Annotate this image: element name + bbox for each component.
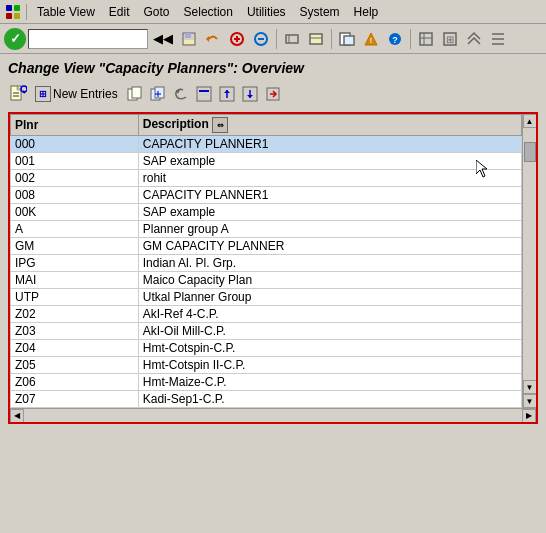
cell-plnr: 000	[11, 136, 139, 153]
icon-6[interactable]	[305, 29, 327, 49]
icon-4[interactable]	[250, 29, 272, 49]
table-row[interactable]: APlanner group A	[11, 221, 522, 238]
cell-plnr: Z02	[11, 306, 139, 323]
toolbar-sep-1	[276, 29, 277, 49]
cell-description: SAP example	[138, 153, 521, 170]
menu-separator-1	[26, 4, 27, 20]
save-icon[interactable]	[178, 29, 200, 49]
undo-icon[interactable]	[202, 29, 224, 49]
svg-rect-5	[185, 33, 191, 38]
cell-description: AkI-Oil Mill-C.P.	[138, 323, 521, 340]
scroll-down-arrow2[interactable]: ▼	[523, 394, 537, 408]
col-resize-icon[interactable]: ⇔	[212, 117, 228, 133]
cell-description: SAP example	[138, 204, 521, 221]
table-row[interactable]: Z02AkI-Ref 4-C.P.	[11, 306, 522, 323]
data-table: Plnr Description ⇔ 000CAPACITY PLANNER10…	[10, 114, 522, 408]
svg-rect-13	[310, 34, 322, 44]
scroll-thumb[interactable]	[524, 142, 536, 162]
new-entries-label: New Entries	[53, 87, 118, 101]
table-row[interactable]: UTPUtkal Planner Group	[11, 289, 522, 306]
icon-8[interactable]: !	[360, 29, 382, 49]
icon-10[interactable]	[415, 29, 437, 49]
cell-description: Hmt-Cotspin-C.P.	[138, 340, 521, 357]
table-row[interactable]: Z06Hmt-Maize-C.P.	[11, 374, 522, 391]
cell-description: GM CAPACITY PLANNER	[138, 238, 521, 255]
table-row[interactable]: Z05Hmt-Cotspin II-C.P.	[11, 357, 522, 374]
icon-5[interactable]	[281, 29, 303, 49]
toolbar: ✓ ◀◀	[0, 24, 546, 54]
table-scroll: Plnr Description ⇔ 000CAPACITY PLANNER10…	[10, 114, 522, 408]
export-icon[interactable]	[217, 84, 237, 104]
cell-description: Hmt-Maize-C.P.	[138, 374, 521, 391]
select-icon[interactable]	[194, 84, 214, 104]
copy2-icon[interactable]	[148, 84, 168, 104]
table-row[interactable]: 001SAP example	[11, 153, 522, 170]
svg-rect-1	[14, 5, 20, 11]
cell-plnr: 00K	[11, 204, 139, 221]
scroll-down-arrow[interactable]: ▼	[523, 380, 537, 394]
table-row[interactable]: 000CAPACITY PLANNER1	[11, 136, 522, 153]
import2-icon[interactable]	[263, 84, 283, 104]
content-area: Change View "Capacity Planners": Overvie…	[0, 54, 546, 533]
scroll-up-arrow[interactable]: ▲	[523, 114, 537, 128]
table-row[interactable]: Z03AkI-Oil Mill-C.P.	[11, 323, 522, 340]
copy-icon[interactable]	[125, 84, 145, 104]
svg-rect-31	[132, 87, 141, 98]
icon-12[interactable]	[463, 29, 485, 49]
horizontal-scrollbar[interactable]: ◀ ▶	[10, 408, 536, 422]
scroll-right-arrow[interactable]: ▶	[522, 409, 536, 423]
svg-marker-7	[206, 36, 209, 42]
cell-plnr: Z04	[11, 340, 139, 357]
menu-table-view[interactable]: Table View	[31, 4, 101, 20]
svg-rect-40	[199, 98, 209, 99]
cell-plnr: IPG	[11, 255, 139, 272]
table-row[interactable]: Z07Kadi-Sep1-C.P.	[11, 391, 522, 408]
table-row[interactable]: Z04Hmt-Cotspin-C.P.	[11, 340, 522, 357]
cell-plnr: Z06	[11, 374, 139, 391]
menu-edit[interactable]: Edit	[103, 4, 136, 20]
prev-nav-icon[interactable]: ◀◀	[150, 29, 176, 49]
table-row[interactable]: 002rohit	[11, 170, 522, 187]
svg-rect-11	[286, 35, 298, 43]
table-row[interactable]: 00KSAP example	[11, 204, 522, 221]
check-button[interactable]: ✓	[4, 28, 26, 50]
command-input[interactable]	[28, 29, 148, 49]
menu-goto[interactable]: Goto	[138, 4, 176, 20]
undo-icon[interactable]	[171, 84, 191, 104]
menu-utilities[interactable]: Utilities	[241, 4, 292, 20]
svg-rect-16	[344, 36, 354, 45]
action-toolbar: ⊞ New Entries	[8, 82, 538, 106]
cell-plnr: MAI	[11, 272, 139, 289]
table-row[interactable]: GMGM CAPACITY PLANNER	[11, 238, 522, 255]
table-row[interactable]: IPGIndian Al. Pl. Grp.	[11, 255, 522, 272]
scroll-left-arrow[interactable]: ◀	[10, 409, 24, 423]
icon-3[interactable]	[226, 29, 248, 49]
icon-13[interactable]	[487, 29, 509, 49]
svg-rect-0	[6, 5, 12, 11]
new-entries-button[interactable]: ⊞ New Entries	[31, 84, 122, 104]
svg-marker-43	[224, 90, 230, 93]
table-row[interactable]: MAIMaico Capacity Plan	[11, 272, 522, 289]
svg-rect-38	[199, 90, 209, 92]
cell-description: Kadi-Sep1-C.P.	[138, 391, 521, 408]
cell-description: Planner group A	[138, 221, 521, 238]
cell-plnr: 008	[11, 187, 139, 204]
toolbar-sep-2	[331, 29, 332, 49]
col-header-plnr: Plnr	[11, 115, 139, 136]
action-icon-doc	[8, 84, 28, 104]
svg-rect-3	[14, 13, 20, 19]
menu-selection[interactable]: Selection	[178, 4, 239, 20]
icon-7[interactable]	[336, 29, 358, 49]
col-header-description: Description ⇔	[138, 115, 521, 136]
icon-9[interactable]: ?	[384, 29, 406, 49]
icon-11[interactable]: ⊞	[439, 29, 461, 49]
menu-help[interactable]: Help	[348, 4, 385, 20]
table-row[interactable]: 008CAPACITY PLANNER1	[11, 187, 522, 204]
svg-text:?: ?	[392, 35, 398, 45]
scroll-area: Plnr Description ⇔ 000CAPACITY PLANNER10…	[10, 114, 536, 408]
cell-plnr: GM	[11, 238, 139, 255]
vertical-scrollbar[interactable]: ▲ ▼ ▼	[522, 114, 536, 408]
menu-system[interactable]: System	[294, 4, 346, 20]
import-icon[interactable]	[240, 84, 260, 104]
svg-text:!: !	[370, 37, 372, 44]
